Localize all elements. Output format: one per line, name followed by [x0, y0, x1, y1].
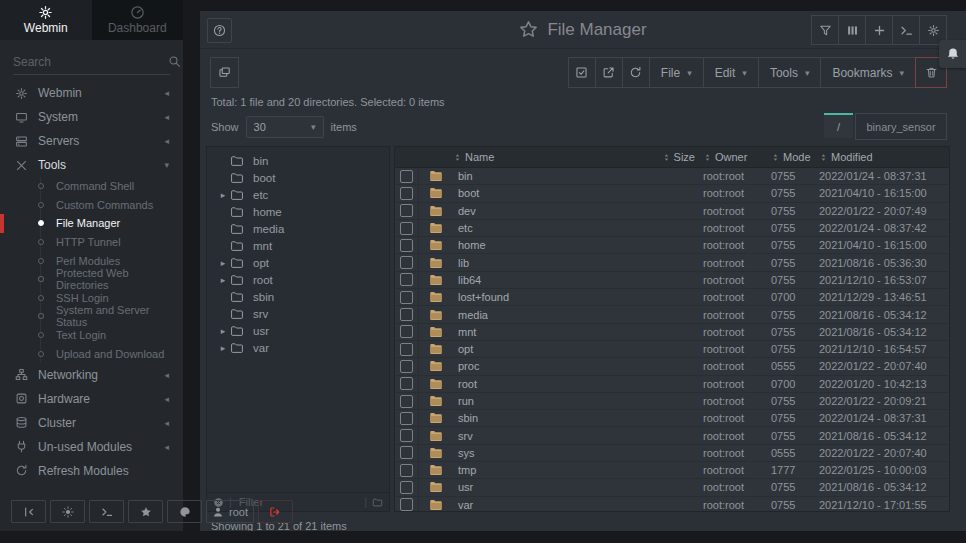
- sidebar-item-file-manager[interactable]: File Manager: [0, 214, 183, 233]
- tree-item-etc[interactable]: ▸etc: [207, 186, 389, 203]
- tools-menu-button[interactable]: Tools▾: [758, 57, 822, 88]
- row-checkbox[interactable]: [400, 239, 413, 252]
- row-checkbox[interactable]: [400, 360, 413, 373]
- row-checkbox[interactable]: [400, 429, 413, 442]
- tree-item-srv[interactable]: srv: [207, 305, 389, 322]
- expand-caret-icon[interactable]: ▸: [216, 275, 230, 285]
- sidebar-item-refresh-modules[interactable]: Refresh Modules: [0, 459, 183, 483]
- tree-item-root[interactable]: ▸root: [207, 271, 389, 288]
- table-row[interactable]: procroot:root05552022/01/22 - 20:07:40: [395, 358, 949, 375]
- row-checkbox[interactable]: [400, 395, 413, 408]
- table-row[interactable]: sysroot:root05552022/01/22 - 20:07:40: [395, 445, 949, 462]
- sidebar-item-servers[interactable]: Servers◂: [0, 129, 183, 153]
- sidebar-item-upload-and-download[interactable]: Upload and Download: [0, 344, 183, 363]
- file-name[interactable]: srv: [453, 430, 615, 442]
- collapse-sidebar-button[interactable]: [11, 500, 46, 523]
- file-name[interactable]: proc: [453, 360, 615, 372]
- tree-item-home[interactable]: home: [207, 203, 389, 220]
- terminal-button[interactable]: [89, 500, 124, 523]
- sidebar-item-webmin[interactable]: Webmin◂: [0, 81, 183, 105]
- sidebar-item-http-tunnel[interactable]: HTTP Tunnel: [0, 233, 183, 252]
- row-checkbox[interactable]: [400, 446, 413, 459]
- file-name[interactable]: boot: [453, 187, 615, 199]
- file-name[interactable]: mnt: [453, 326, 615, 338]
- tree-item-usr[interactable]: ▸usr: [207, 322, 389, 339]
- help-button[interactable]: [207, 18, 232, 43]
- table-row[interactable]: lib64root:root07552021/12/10 - 16:53:07: [395, 272, 949, 289]
- row-checkbox[interactable]: [400, 412, 413, 425]
- column-header-name[interactable]: Name: [453, 151, 615, 163]
- sidebar-item-tools[interactable]: Tools▾: [0, 153, 183, 177]
- sidebar-item-text-login[interactable]: Text Login: [0, 326, 183, 345]
- tree-item-var[interactable]: ▸var: [207, 339, 389, 356]
- table-row[interactable]: lost+foundroot:root07002021/12/29 - 13:4…: [395, 289, 949, 306]
- row-checkbox[interactable]: [400, 204, 413, 217]
- table-row[interactable]: srvroot:root07552021/08/16 - 05:34:12: [395, 427, 949, 444]
- row-checkbox[interactable]: [400, 187, 413, 200]
- file-name[interactable]: opt: [453, 343, 615, 355]
- file-name[interactable]: lib: [453, 257, 615, 269]
- clone-window-button[interactable]: [210, 57, 239, 88]
- breadcrumb-search-input[interactable]: [855, 113, 947, 140]
- table-row[interactable]: devroot:root07552022/01/22 - 20:07:49: [395, 203, 949, 220]
- file-menu-button[interactable]: File▾: [649, 57, 704, 88]
- table-row[interactable]: libroot:root07552021/08/16 - 05:36:30: [395, 254, 949, 271]
- table-row[interactable]: tmproot:root17772022/01/25 - 10:00:03: [395, 462, 949, 479]
- row-checkbox[interactable]: [400, 308, 413, 321]
- filter-button[interactable]: [811, 15, 839, 45]
- file-name[interactable]: sbin: [453, 412, 615, 424]
- file-name[interactable]: bin: [453, 170, 615, 182]
- row-checkbox[interactable]: [400, 464, 413, 477]
- sidebar-item-protected-web-directories[interactable]: Protected Web Directories: [0, 270, 183, 289]
- column-header-modified[interactable]: Modified: [819, 151, 949, 163]
- expand-caret-icon[interactable]: ▸: [216, 258, 230, 268]
- select-all-button[interactable]: [568, 57, 596, 88]
- favorite-star-icon[interactable]: [519, 20, 538, 39]
- file-name[interactable]: lost+found: [453, 291, 615, 303]
- file-name[interactable]: media: [453, 309, 615, 321]
- table-row[interactable]: binroot:root07552022/01/24 - 08:37:31: [395, 168, 949, 185]
- theme-toggle-button[interactable]: [50, 500, 85, 523]
- tree-item-bin[interactable]: bin: [207, 152, 389, 169]
- sidebar-item-system[interactable]: System◂: [0, 105, 183, 129]
- search-icon[interactable]: [168, 55, 181, 68]
- file-name[interactable]: run: [453, 395, 615, 407]
- notifications-tab[interactable]: [939, 40, 966, 68]
- sidebar-item-custom-commands[interactable]: Custom Commands: [0, 196, 183, 215]
- tree-item-sbin[interactable]: sbin: [207, 288, 389, 305]
- file-name[interactable]: var: [453, 499, 615, 511]
- row-checkbox[interactable]: [400, 377, 413, 390]
- sidebar-item-un-used-modules[interactable]: Un-used Modules◂: [0, 435, 183, 459]
- table-row[interactable]: varroot:root07552021/12/10 - 17:01:55: [395, 497, 949, 512]
- sidebar-item-system-and-server-status[interactable]: System and Server Status: [0, 307, 183, 326]
- table-row[interactable]: homeroot:root07552021/04/10 - 16:15:00: [395, 237, 949, 254]
- page-size-select[interactable]: 30 ▾: [246, 116, 324, 138]
- row-checkbox[interactable]: [400, 256, 413, 269]
- column-header-mode[interactable]: Mode: [771, 151, 819, 163]
- file-name[interactable]: root: [453, 378, 615, 390]
- columns-button[interactable]: [838, 15, 866, 45]
- search-input[interactable]: [13, 55, 168, 69]
- row-checkbox[interactable]: [400, 170, 413, 183]
- expand-caret-icon[interactable]: ▸: [216, 343, 230, 353]
- file-name[interactable]: usr: [453, 481, 615, 493]
- logout-button[interactable]: [258, 500, 293, 523]
- table-row[interactable]: mediaroot:root07552021/08/16 - 05:34:12: [395, 306, 949, 323]
- table-row[interactable]: runroot:root07552022/01/22 - 20:09:21: [395, 393, 949, 410]
- sidebar-item-hardware[interactable]: Hardware◂: [0, 387, 183, 411]
- file-name[interactable]: home: [453, 239, 615, 251]
- breadcrumb-root[interactable]: /: [824, 113, 853, 138]
- row-checkbox[interactable]: [400, 325, 413, 338]
- row-checkbox[interactable]: [400, 498, 413, 511]
- tree-item-mnt[interactable]: mnt: [207, 237, 389, 254]
- table-row[interactable]: usrroot:root07552021/08/16 - 05:34:12: [395, 479, 949, 496]
- file-name[interactable]: sys: [453, 447, 615, 459]
- expand-caret-icon[interactable]: ▸: [216, 190, 230, 200]
- file-name[interactable]: etc: [453, 222, 615, 234]
- expand-caret-icon[interactable]: ▸: [216, 326, 230, 336]
- add-button[interactable]: [865, 15, 893, 45]
- tree-item-boot[interactable]: boot: [207, 169, 389, 186]
- table-row[interactable]: mntroot:root07552021/08/16 - 05:34:12: [395, 324, 949, 341]
- palette-button[interactable]: [167, 500, 202, 523]
- column-header-size[interactable]: Size: [615, 151, 703, 163]
